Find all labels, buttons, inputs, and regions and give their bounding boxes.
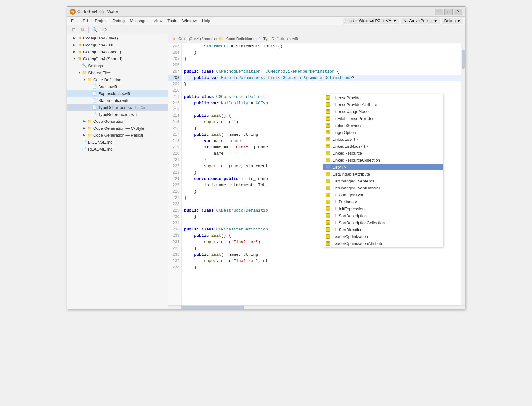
sidebar-item-shared[interactable]: ▼ ⊞ CodegGen4 (Shared) [67,55,168,62]
menu-view[interactable]: View [151,18,165,24]
ac-label: LinkedResource [332,151,362,156]
sidebar-item-dotnet[interactable]: ▶ ⊞ CodegGen4 (.NET) [67,41,168,48]
copy-button[interactable]: ⧉ [79,26,86,33]
menu-help[interactable]: Help [199,18,213,24]
sidebar-label: CodegGen4 (Java) [83,36,118,40]
ac-item-14[interactable]: T ListChangedType [323,191,443,198]
ac-item-6[interactable]: T LinkedList<T> [323,136,443,143]
sidebar-item-base[interactable]: 📄 Base.swift [67,83,168,90]
ac-label: ListSortDescription [332,213,367,218]
code-line-210 [184,87,461,94]
arrow-icon [77,147,81,151]
menu-tools[interactable]: Tools [165,18,179,24]
target-dropdown[interactable]: Local » Windows PC or VM ▼ [343,18,400,24]
menu-file[interactable]: File [69,18,80,24]
ac-item-1[interactable]: T LicenseProviderAttribute [323,101,443,108]
ac-label: LicFileLicenseProvider [332,116,374,121]
maximize-button[interactable]: □ [444,9,453,15]
ac-item-13[interactable]: T ListChangedEventHandler [323,184,443,191]
ac-item-3[interactable]: T LicFileLicenseProvider [323,115,443,122]
menu-window[interactable]: Window [180,18,199,24]
ac-type-icon: T [325,102,330,107]
sidebar-item-typedefs[interactable]: 📄 TypeDefinitions.swift in Co [67,104,168,111]
close-button[interactable]: ✕ [454,9,462,15]
ac-item-19[interactable]: T ListSortDirection [323,226,443,233]
arrow-icon: ▶ [82,119,86,123]
sidebar-label: Base.swift [98,84,117,89]
sidebar-item-license[interactable]: 📄 LICENSE.md [67,139,168,146]
sidebar-item-shared-files[interactable]: ▼ 📁 Shared Files [67,69,168,76]
menu-edit[interactable]: Edit [80,18,92,24]
menu-project[interactable]: Project [92,18,110,24]
sidebar-item-cocoa[interactable]: ▶ ⊞ CodegGen4 (Cocoa) [67,48,168,55]
sidebar-item-codegen-c[interactable]: ▶ 📁 Code Generation — C-Style [67,125,168,132]
ac-item-10[interactable]: T List<T> [323,164,443,170]
autocomplete-list: T LicenseProvider T LicenseProviderAttri… [323,94,443,247]
delete-button[interactable]: ⌦ [100,26,107,33]
arrow-icon: ▶ [82,126,86,130]
ac-item-12[interactable]: T ListChangedEventArgs [323,177,443,184]
code-line-208: public var GenericParameters: List<CGGen… [184,75,461,81]
ac-type-icon: T [325,213,330,218]
sidebar-item-typerefs[interactable]: 📄 TypeReferences.swift [67,111,168,118]
autocomplete-popup[interactable]: T LicenseProvider T LicenseProviderAttri… [323,94,443,247]
ac-label: LingerOption [332,130,356,135]
menu-debug[interactable]: Debug [110,18,127,24]
arrow-icon [88,105,91,109]
sidebar-label: Code Generation [93,119,124,124]
breadcrumb-file-icon: 📄 [256,36,261,41]
config-dropdown[interactable]: Debug ▼ [442,18,463,24]
ac-item-17[interactable]: T ListSortDescription [323,212,443,219]
search-button[interactable]: 🔍 [91,26,99,33]
sidebar-item-expressions[interactable]: 📄 Expressions.swift [67,90,168,97]
breadcrumb-project[interactable]: CodegGen4 (Shared) [178,37,215,41]
ac-item-21[interactable]: T LoaderOptimizationAttribute [323,240,443,247]
ac-type-icon: T [325,130,330,135]
sidebar-item-code-def[interactable]: ▼ 📁 Code Definition [67,76,168,83]
folder-icon: 📁 [87,133,92,138]
ac-label: LifetimeServices [332,123,362,128]
arrow-icon: ▶ [72,36,76,40]
ac-item-20[interactable]: T LoaderOptimization [323,233,443,240]
sidebar-item-java[interactable]: ▶ ⊞ CodegGen4 (Java) [67,34,168,41]
ac-type-icon: T [325,199,330,204]
folder-icon: 📁 [87,77,92,82]
ac-item-5[interactable]: T LingerOption [323,129,443,136]
sidebar-label: Code Generation — C-Style [93,126,144,131]
sidebar-item-codegen[interactable]: ▶ 📁 Code Generation [67,118,168,125]
new-button[interactable]: □ [70,26,77,33]
ac-label: LicenseProviderAttribute [332,102,377,107]
code-line-209: } [184,81,461,87]
horizontal-scrollbar[interactable] [168,305,465,309]
main-window: W CodeGen4.sln - Water — □ ✕ File Edit P… [67,6,465,309]
ac-type-icon: T [325,158,330,163]
menu-messages[interactable]: Messages [127,18,151,24]
breadcrumb-folder[interactable]: Code Definition [226,37,252,41]
code-editor[interactable]: 203 204 205 206 207 208 209 210 211 212 … [168,43,461,305]
minimize-button[interactable]: — [435,9,443,15]
ac-item-15[interactable]: T ListDictionary [323,198,443,205]
code-line-236: public init(_ name: String, _ [184,252,461,258]
project-dropdown[interactable]: No Active Project ▼ [401,18,440,24]
ac-type-icon: T [325,164,330,170]
ac-item-16[interactable]: T ListInitExpression [323,205,443,212]
sidebar-item-codegen-pascal[interactable]: ▶ 📁 Code Generation — Pascal [67,132,168,139]
breadcrumb-file[interactable]: TypeDefinitions.swift [263,37,298,41]
ac-item-9[interactable]: T LinkedResourceCollection [323,157,443,164]
ac-item-0[interactable]: T LicenseProvider [323,94,443,101]
sidebar-item-statements[interactable]: 📄 Statements.swift [67,97,168,104]
ac-item-2[interactable]: T LicenseUsageMode [323,108,443,115]
ac-item-7[interactable]: T LinkedListNode<T> [323,143,443,150]
ac-item-8[interactable]: T LinkedResource [323,150,443,157]
scrollbar-thumb[interactable] [462,50,465,69]
vertical-scrollbar[interactable] [461,43,465,305]
sidebar-item-settings[interactable]: 🔧 Settings [67,62,168,69]
h-scrollbar-thumb[interactable] [181,306,244,309]
ac-type-icon: T [325,151,330,156]
arrow-icon [77,64,81,68]
ac-type-icon: T [325,220,330,225]
sidebar-item-readme[interactable]: 📄 README.md [67,146,168,152]
ac-item-11[interactable]: T ListBindableAttribute [323,170,443,177]
ac-item-18[interactable]: T ListSortDescriptionCollection [323,219,443,226]
ac-item-4[interactable]: T LifetimeServices [323,122,443,129]
